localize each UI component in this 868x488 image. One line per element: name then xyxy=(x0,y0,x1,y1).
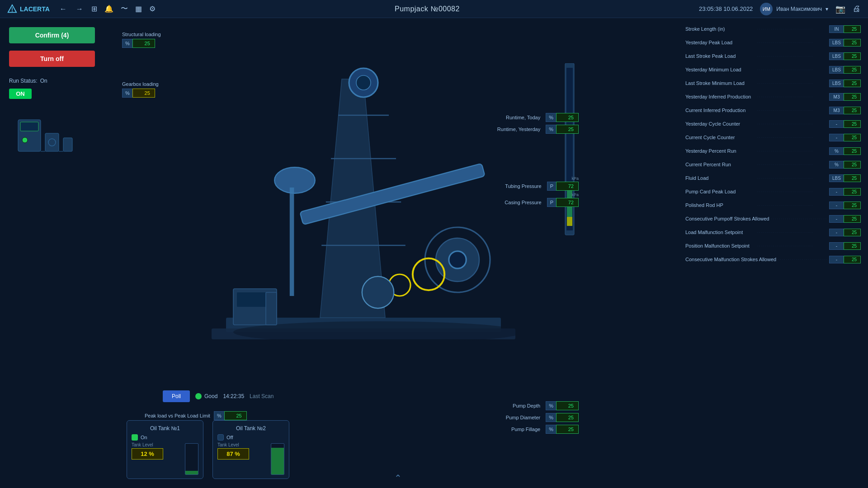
svg-point-2 xyxy=(12,11,13,12)
metric-label-5: Yesterday Inferred Production xyxy=(685,94,755,99)
metric-val-0: 25 xyxy=(844,25,861,33)
structural-loading-unit: % xyxy=(122,39,132,48)
tank2-status-dot xyxy=(217,434,224,441)
right-metric-row: Fluid Load · · · · · · · · · · · · · · ·… xyxy=(685,172,861,184)
svg-point-29 xyxy=(233,321,523,343)
run-status-label: Run Status: xyxy=(9,78,38,84)
metric-label-11: Fluid Load xyxy=(685,175,755,181)
tank1-visual xyxy=(185,443,198,475)
page-title: Pumpjack №00082 xyxy=(156,5,699,13)
right-metric-row: Current Percent Run · · · · · · · · · · … xyxy=(685,158,861,171)
nav-forward-button[interactable]: → xyxy=(73,4,86,14)
svg-point-5 xyxy=(22,137,28,143)
metric-dots-8: · · · · · · · · · · · · · · · · · · · · … xyxy=(757,136,827,140)
nav-back-button[interactable]: ← xyxy=(57,4,70,14)
settings-icon[interactable]: ⚙ xyxy=(149,5,156,13)
calendar-icon[interactable]: ▦ xyxy=(135,5,142,13)
run-status-value: On xyxy=(40,78,47,84)
runtime-today-row: Runtime, Today % 25 xyxy=(497,113,579,122)
metric-dots-3: · · · · · · · · · · · · · · · · · · · · … xyxy=(757,68,827,72)
metric-unit-14: - xyxy=(829,215,844,223)
metric-unit-8: - xyxy=(829,134,844,141)
right-metric-row: Stroke Length (in) · · · · · · · · · · ·… xyxy=(685,23,861,35)
user-dropdown-icon: ▾ xyxy=(826,6,828,12)
metric-unit-11: LBS xyxy=(829,174,844,182)
nav-buttons: ← → xyxy=(57,4,86,14)
app-logo[interactable]: LACERTA xyxy=(7,4,50,14)
tank1-status-dot xyxy=(132,434,138,441)
runtime-yesterday-label: Runtime, Yesterday xyxy=(497,127,540,132)
runtime-today-label: Runtime, Today xyxy=(497,115,540,120)
metric-val-15: 25 xyxy=(844,229,861,236)
metric-dots-1: · · · · · · · · · · · · · · · · · · · · … xyxy=(757,41,827,45)
poll-bar: Poll Good 14:22:35 Last Scan xyxy=(163,390,274,402)
svg-point-19 xyxy=(349,68,378,97)
bottom-chevron[interactable]: ⌃ xyxy=(394,473,402,483)
right-metric-row: Position Malfunction Setpoint · · · · · … xyxy=(685,239,861,252)
metric-val-2: 25 xyxy=(844,52,861,60)
pump-depth-unit: % xyxy=(546,401,556,410)
metric-val-8: 25 xyxy=(844,134,861,141)
pump-metrics: Pump Depth % 25 Pump Diameter % 25 Pump … xyxy=(506,401,579,434)
tubing-pressure-unit: P xyxy=(547,182,556,191)
grid-icon[interactable]: ⊞ xyxy=(91,5,97,13)
metric-dots-11: · · · · · · · · · · · · · · · · · · · · … xyxy=(757,176,827,180)
runtime-today-value: 25 xyxy=(556,113,579,122)
pressure-metrics: kPa Tubing Pressure P 72 kPa Casing Pres… xyxy=(505,176,579,207)
right-metric-row: Yesterday Minimum Load · · · · · · · · ·… xyxy=(685,63,861,76)
pump-fillage-label: Pump Fillage xyxy=(506,427,540,432)
poll-button[interactable]: Poll xyxy=(163,390,190,402)
svg-rect-4 xyxy=(20,122,38,131)
gearbox-loading-label: Gearbox loading xyxy=(122,81,159,87)
svg-point-7 xyxy=(48,139,56,146)
metric-label-12: Pump Card Peak Load xyxy=(685,189,755,194)
pump-diameter-label: Pump Diameter xyxy=(506,415,540,420)
device-svg xyxy=(9,111,90,165)
right-metric-row: Yesterday Inferred Production · · · · · … xyxy=(685,90,861,103)
tubing-pressure-value: 72 xyxy=(556,182,579,191)
metric-val-9: 25 xyxy=(844,147,861,155)
camera-icon[interactable]: 📷 xyxy=(835,4,845,14)
metric-val-10: 25 xyxy=(844,161,861,169)
peak-load-bar: Peak load vs Peak Load Limit % 25 xyxy=(145,411,247,420)
structural-loading-group: Structural loading % 25 xyxy=(122,32,161,48)
metric-dots-13: · · · · · · · · · · · · · · · · · · · · … xyxy=(757,203,827,207)
metric-unit-4: LBS xyxy=(829,80,844,87)
svg-rect-8 xyxy=(63,138,72,151)
center-area: Structural loading % 25 Gearbox loading … xyxy=(118,18,678,488)
user-menu[interactable]: ИМ Иван Максимович ▾ xyxy=(760,3,828,15)
svg-point-21 xyxy=(274,167,315,193)
tank2-status-label: Off xyxy=(226,435,233,440)
tank1-fill xyxy=(185,471,198,474)
bell-icon[interactable]: 🔔 xyxy=(104,5,113,13)
svg-rect-18 xyxy=(300,164,485,225)
gearbox-loading-unit: % xyxy=(122,89,132,98)
topbar-right: 23:05:38 10.06.2022 ИМ Иван Максимович ▾… xyxy=(699,3,861,15)
svg-rect-28 xyxy=(290,188,294,296)
pumpjack-illustration xyxy=(154,41,588,407)
svg-rect-36 xyxy=(567,217,572,226)
right-metric-row: Current Cycle Counter · · · · · · · · · … xyxy=(685,131,861,144)
metric-val-13: 25 xyxy=(844,202,861,209)
activity-icon[interactable]: 〜 xyxy=(121,4,128,14)
svg-point-26 xyxy=(389,274,410,296)
print-icon[interactable]: 🖨 xyxy=(853,4,861,14)
metric-label-16: Position Malfunction Setpoint xyxy=(685,243,755,249)
good-indicator: Good xyxy=(195,393,217,399)
metric-label-9: Yesterday Percent Run xyxy=(685,148,755,154)
turnoff-button[interactable]: Turn off xyxy=(9,51,95,67)
metric-unit-0: IN xyxy=(829,25,844,33)
metric-label-4: Last Stroke Minimum Load xyxy=(685,80,755,86)
metric-dots-0: · · · · · · · · · · · · · · · · · · · · … xyxy=(757,27,827,31)
metric-dots-4: · · · · · · · · · · · · · · · · · · · · … xyxy=(757,81,827,85)
metric-unit-9: % xyxy=(829,147,844,155)
tubing-kpa-label: kPa xyxy=(505,176,579,181)
metric-dots-16: · · · · · · · · · · · · · · · · · · · · … xyxy=(757,244,827,248)
right-metric-row: Last Stroke Peak Load · · · · · · · · · … xyxy=(685,50,861,62)
casing-kpa-label: kPa xyxy=(505,192,579,197)
tubing-pressure-label: Tubing Pressure xyxy=(505,183,541,189)
run-status: Run Status: On ON xyxy=(9,78,108,99)
casing-pressure-label: Casing Pressure xyxy=(505,200,541,205)
confirm-button[interactable]: Confirm (4) xyxy=(9,27,95,43)
svg-rect-11 xyxy=(226,318,501,332)
